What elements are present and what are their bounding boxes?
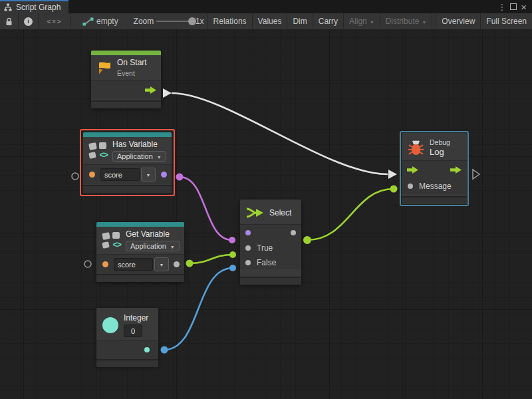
close-icon[interactable]: × [521, 2, 527, 12]
carry-button[interactable]: Carry [313, 13, 343, 29]
variable-name-row: score ▼ [96, 254, 184, 274]
info-icon: i [24, 17, 33, 26]
selection-status: empty [77, 13, 124, 29]
zoom-label: Zoom [134, 17, 154, 26]
node-header: <> Has Variable Application ▼ [83, 137, 172, 164]
node-header: Select [240, 200, 301, 224]
variable-name-field[interactable]: score [100, 168, 140, 181]
message-input-port[interactable] [408, 184, 413, 189]
flag-icon [97, 61, 112, 75]
distribute-button: Distribute ▼ [380, 13, 432, 29]
name-input-port[interactable] [102, 261, 108, 267]
node-footer [240, 277, 301, 285]
dim-button[interactable]: Dim [287, 13, 312, 29]
overview-button[interactable]: Overview [436, 13, 480, 29]
unconnected-port-ring[interactable] [72, 173, 78, 180]
node-has-variable[interactable]: <> Has Variable Application ▼ score ▼ [83, 132, 172, 193]
node-title: Has Variable [112, 140, 166, 149]
code-preview-button[interactable]: <×> [39, 13, 70, 29]
condition-input-port[interactable] [245, 230, 251, 235]
menu-icon[interactable]: ⋮ [497, 3, 506, 11]
selection-outline: <> Has Variable Application ▼ score ▼ [80, 129, 175, 196]
integer-value-field[interactable]: 0 [124, 325, 142, 337]
false-input-port[interactable] [245, 260, 251, 265]
chevron-down-icon: ▼ [146, 173, 151, 178]
unconnected-port-ring[interactable] [84, 261, 91, 267]
node-select[interactable]: Select True False [240, 200, 301, 285]
unconnected-flow-triangle[interactable] [473, 170, 479, 179]
variable-stripe [83, 132, 172, 137]
variable-name-field[interactable]: score [114, 258, 153, 271]
graph-canvas[interactable]: On Start Event <> [0, 29, 532, 399]
bool-output-port[interactable] [161, 172, 167, 178]
name-input-port[interactable] [89, 172, 95, 178]
node-integer[interactable]: Integer 0 [96, 308, 158, 366]
flow-output-port[interactable] [145, 86, 156, 94]
variables-icon: <> [102, 232, 120, 249]
toolbar-separator [70, 13, 70, 29]
variable-name-dropdown-button[interactable]: ▼ [154, 257, 169, 271]
select-merge-icon [246, 207, 264, 219]
info-button[interactable]: i [19, 13, 38, 29]
node-footer [83, 185, 172, 193]
tab-title: Script Graph [16, 3, 61, 12]
zoom-slider[interactable] [156, 21, 193, 22]
lock-button[interactable] [0, 13, 18, 29]
wire-endpoint [229, 265, 236, 271]
wire-endpoint [303, 236, 311, 244]
variable-stripe [96, 222, 184, 227]
value-output-port[interactable] [174, 261, 180, 267]
message-label: Message [419, 182, 452, 191]
lock-icon [5, 17, 13, 26]
wire-hasvariable-to-select[interactable] [180, 177, 232, 240]
node-debug-log[interactable]: Debug Log Message [402, 133, 467, 204]
node-footer [96, 274, 184, 282]
true-input-port[interactable] [245, 245, 251, 251]
wire-onstart-to-log[interactable] [172, 93, 388, 174]
maximize-icon[interactable] [510, 3, 517, 10]
zoom-slider-handle[interactable] [188, 17, 196, 25]
variables-icon: <> [89, 142, 107, 159]
flow-row [402, 160, 467, 178]
wire-end-arrow [388, 170, 397, 179]
values-button[interactable]: Values [253, 13, 287, 29]
node-on-start[interactable]: On Start Event [91, 51, 161, 108]
node-get-variable[interactable]: <> Get Variable Application ▼ score ▼ [96, 222, 184, 282]
relations-button[interactable]: Relations [208, 13, 252, 29]
variable-name-dropdown-button[interactable]: ▼ [141, 168, 156, 182]
wire-select-to-message[interactable] [307, 189, 394, 240]
node-title: Log [430, 147, 450, 157]
fullscreen-button[interactable]: Full Screen [481, 13, 532, 29]
node-header: Debug Log [402, 133, 467, 160]
variable-scope-dropdown[interactable]: Application ▼ [112, 151, 166, 162]
variable-scope-dropdown[interactable]: Application ▼ [126, 241, 180, 251]
selection-output-port[interactable] [291, 230, 296, 235]
bug-icon [408, 139, 424, 156]
false-label: False [257, 258, 276, 267]
window-controls: ⋮ × [497, 0, 532, 13]
graph-toolbar: i <×> empty Zoom 1x Relations Values Dim [0, 13, 532, 30]
chevron-down-icon: ▼ [160, 263, 164, 267]
int-output-port[interactable] [144, 347, 150, 352]
flow-output-port[interactable] [450, 166, 462, 174]
true-row: True [240, 241, 301, 255]
tab-script-graph[interactable]: Script Graph [0, 0, 68, 13]
graph-pointer-icon [82, 17, 94, 26]
graph-hierarchy-icon [4, 3, 12, 11]
node-title: Integer [124, 313, 148, 323]
chevron-down-icon: ▼ [157, 155, 162, 160]
node-footer [91, 100, 161, 108]
true-label: True [257, 243, 273, 253]
wire-endpoint [176, 174, 184, 181]
wire-start-arrow [163, 88, 172, 98]
node-footer [402, 196, 467, 204]
node-title: On Start [117, 58, 147, 67]
wire-endpoint [229, 251, 236, 258]
wire-getvariable-to-true[interactable] [190, 255, 233, 263]
event-stripe [91, 51, 161, 55]
toolbar-separator [432, 13, 432, 29]
node-title: Get Variable [126, 229, 180, 239]
chevron-down-icon: ▼ [422, 20, 426, 25]
wire-endpoint [186, 260, 194, 267]
flow-input-port[interactable] [407, 166, 418, 174]
